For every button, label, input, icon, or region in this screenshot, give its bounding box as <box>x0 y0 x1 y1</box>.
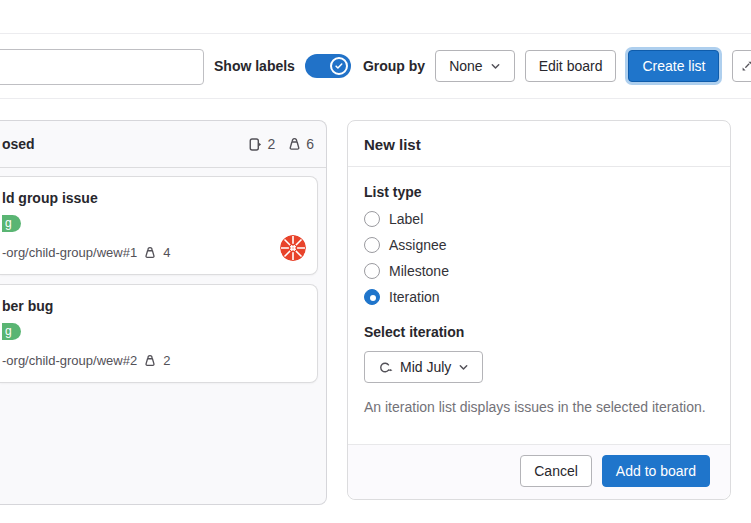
new-list-panel: New list List type Label Assignee Milest… <box>347 120 731 500</box>
edit-board-button[interactable]: Edit board <box>525 50 617 82</box>
issue-weight: 2 <box>163 353 170 368</box>
weight-icon <box>143 354 157 368</box>
issue-reference: -org/child-group/wew#1 <box>2 245 137 260</box>
column-counts: 2 6 <box>248 136 314 152</box>
chevron-down-icon <box>490 61 501 72</box>
list-type-label: List type <box>364 184 714 200</box>
issue-title: ld group issue <box>2 190 305 206</box>
radio-checked-icon <box>364 289 380 305</box>
iteration-help-text: An iteration list displays issues in the… <box>364 398 709 417</box>
radio-icon <box>364 263 380 279</box>
group-by-label: Group by <box>363 58 425 74</box>
issue-title: ber bug <box>2 298 305 314</box>
iteration-icon <box>378 360 393 375</box>
weight-icon <box>287 137 302 152</box>
show-labels-label: Show labels <box>214 58 295 74</box>
issue-card[interactable]: ld group issue g -org/child-group/wew#1 … <box>0 176 318 275</box>
group-by-value: None <box>449 58 482 74</box>
column-header: osed 2 6 <box>0 121 326 168</box>
board-column-closed: osed 2 6 ld group issue g -org/ <box>0 120 327 505</box>
avatar <box>280 235 306 261</box>
total-weight: 6 <box>306 136 314 152</box>
add-to-board-button[interactable]: Add to board <box>602 455 710 487</box>
issue-count: 2 <box>267 136 275 152</box>
panel-footer: Cancel Add to board <box>348 444 730 499</box>
issues-count-icon <box>248 137 263 152</box>
radio-icon <box>364 211 380 227</box>
issue-card[interactable]: ber bug g -org/child-group/wew#2 2 <box>0 284 318 383</box>
radio-icon <box>364 237 380 253</box>
board-toolbar: Show labels Group by None Edit board Cre… <box>0 33 751 99</box>
column-title: osed <box>2 136 35 152</box>
card-list: ld group issue g -org/child-group/wew#1 … <box>0 168 326 400</box>
issue-reference: -org/child-group/wew#2 <box>2 353 137 368</box>
show-labels-toggle[interactable] <box>305 54 351 78</box>
cancel-button[interactable]: Cancel <box>520 455 592 487</box>
filter-input[interactable] <box>0 49 204 85</box>
create-list-button[interactable]: Create list <box>628 50 719 82</box>
label-pill[interactable]: g <box>2 215 21 232</box>
radio-option-iteration[interactable]: Iteration <box>364 289 714 305</box>
check-icon <box>330 57 348 75</box>
weight-icon <box>143 246 157 260</box>
group-by-dropdown[interactable]: None <box>435 50 514 82</box>
radio-option-assignee[interactable]: Assignee <box>364 237 714 253</box>
chevron-down-icon <box>458 362 469 373</box>
select-iteration-label: Select iteration <box>364 324 714 340</box>
label-pill[interactable]: g <box>2 323 21 340</box>
issue-weight: 4 <box>163 245 170 260</box>
arrows-expand-icon <box>740 59 751 73</box>
radio-option-milestone[interactable]: Milestone <box>364 263 714 279</box>
expand-board-button[interactable] <box>732 50 751 82</box>
panel-title: New list <box>348 121 730 167</box>
iteration-value: Mid July <box>400 359 451 375</box>
radio-option-label[interactable]: Label <box>364 211 714 227</box>
iteration-dropdown[interactable]: Mid July <box>364 351 483 383</box>
